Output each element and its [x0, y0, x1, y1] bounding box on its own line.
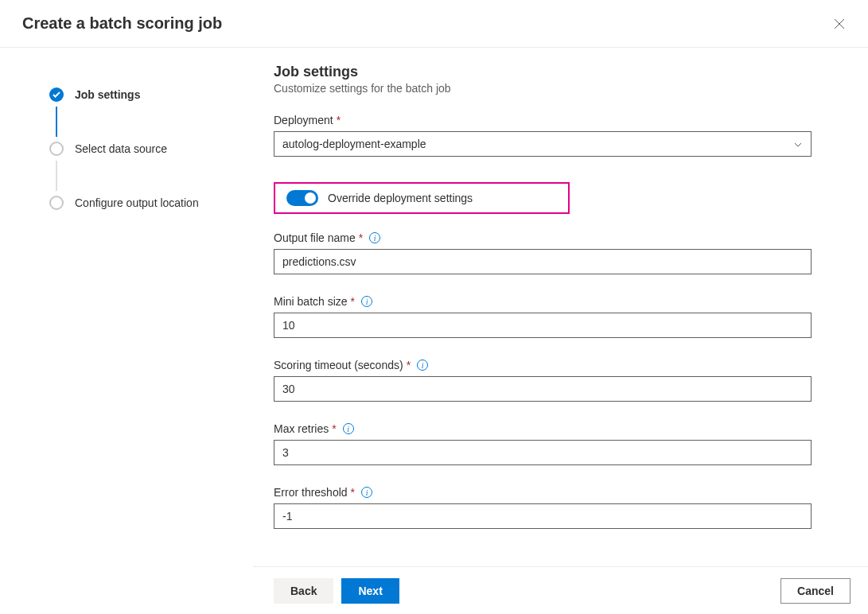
close-icon [834, 18, 845, 29]
output-file-input[interactable] [274, 249, 812, 274]
mini-batch-label: Mini batch size * i [274, 295, 849, 308]
label-text: Scoring timeout (seconds) [274, 359, 403, 371]
dialog-title: Create a batch scoring job [22, 14, 222, 33]
max-retries-label: Max retries * i [274, 422, 849, 435]
circle-icon [49, 142, 64, 156]
toggle-knob [305, 192, 316, 204]
label-text: Mini batch size [274, 295, 348, 308]
timeout-field: Scoring timeout (seconds) * i [274, 359, 849, 402]
mini-batch-input[interactable] [274, 313, 812, 338]
check-icon [49, 87, 64, 102]
step-label: Job settings [75, 88, 140, 101]
step-job-settings[interactable]: Job settings [49, 87, 253, 102]
section-title: Job settings [274, 64, 849, 80]
close-button[interactable] [827, 11, 852, 37]
override-toggle-label: Override deployment settings [328, 192, 473, 204]
main-panel: Job settings Customize settings for the … [253, 48, 868, 614]
deployment-value: autolog-deployment-example [282, 138, 426, 150]
step-label: Configure output location [75, 196, 199, 209]
output-file-field: Output file name * i [274, 231, 849, 274]
deployment-field: Deployment * autolog-deployment-example [274, 114, 849, 157]
info-icon[interactable]: i [343, 423, 354, 434]
label-text: Output file name [274, 231, 356, 244]
dialog-body: Job settings Select data source Configur… [0, 48, 868, 614]
step-select-data-source[interactable]: Select data source [49, 142, 253, 156]
required-mark: * [359, 231, 363, 244]
required-mark: * [351, 295, 355, 308]
batch-scoring-dialog: Create a batch scoring job Job settings … [0, 0, 868, 614]
required-mark: * [407, 359, 411, 371]
dialog-footer: Back Next Cancel [253, 566, 868, 614]
step-label: Select data source [75, 142, 167, 155]
output-file-label: Output file name * i [274, 231, 849, 244]
mini-batch-field: Mini batch size * i [274, 295, 849, 338]
deployment-select[interactable]: autolog-deployment-example [274, 131, 812, 157]
step-configure-output-location[interactable]: Configure output location [49, 196, 253, 210]
cancel-button[interactable]: Cancel [780, 578, 850, 604]
chevron-down-icon [793, 139, 803, 149]
dialog-header: Create a batch scoring job [0, 0, 868, 48]
max-retries-field: Max retries * i [274, 422, 849, 465]
required-mark: * [332, 422, 336, 435]
info-icon[interactable]: i [417, 359, 428, 371]
wizard-steps: Job settings Select data source Configur… [0, 48, 253, 614]
step-connector [56, 161, 57, 191]
deployment-label: Deployment * [274, 114, 849, 126]
circle-icon [49, 196, 64, 210]
label-text: Deployment [274, 114, 333, 126]
max-retries-input[interactable] [274, 440, 812, 465]
required-mark: * [351, 486, 355, 499]
label-text: Max retries [274, 422, 329, 435]
override-toggle-highlight: Override deployment settings [274, 182, 570, 214]
step-connector [56, 107, 57, 137]
info-icon[interactable]: i [361, 487, 372, 498]
timeout-label: Scoring timeout (seconds) * i [274, 359, 849, 371]
error-threshold-field: Error threshold * i [274, 486, 849, 529]
required-mark: * [337, 114, 341, 126]
info-icon[interactable]: i [361, 296, 372, 307]
label-text: Error threshold [274, 486, 348, 499]
override-toggle[interactable] [286, 190, 318, 206]
back-button[interactable]: Back [274, 578, 333, 604]
footer-left: Back Next [274, 578, 399, 604]
error-threshold-label: Error threshold * i [274, 486, 849, 499]
info-icon[interactable]: i [369, 232, 380, 243]
timeout-input[interactable] [274, 376, 812, 402]
error-threshold-input[interactable] [274, 503, 812, 529]
main-scroll[interactable]: Job settings Customize settings for the … [253, 48, 868, 566]
next-button[interactable]: Next [341, 578, 399, 604]
section-subtitle: Customize settings for the batch job [274, 82, 849, 95]
